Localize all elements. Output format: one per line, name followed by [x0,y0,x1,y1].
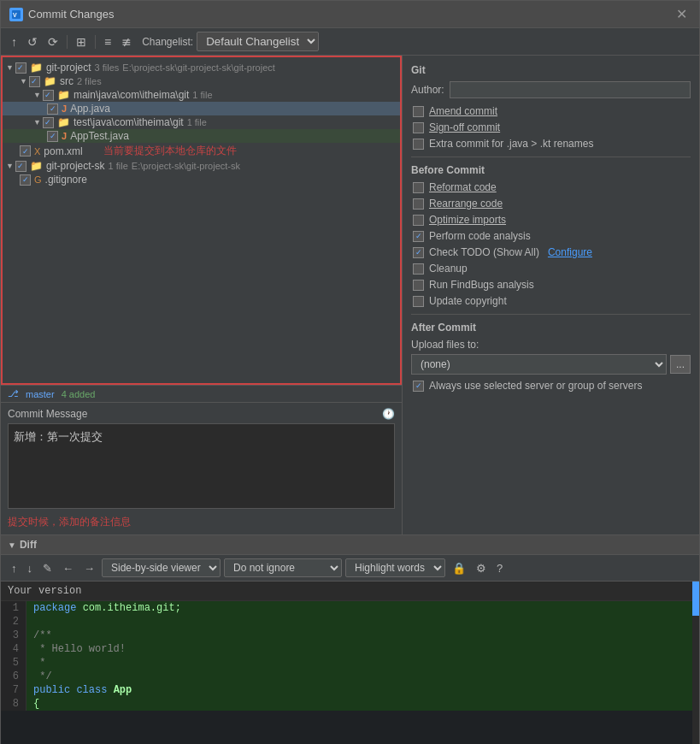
git-section-title: Git [411,64,691,76]
branch-icon: ⎇ [8,388,19,399]
prev-btn[interactable]: ← [59,560,77,576]
tree-item[interactable]: ▼ 📁 git-project 3 files E:\project-sk\gi… [3,61,400,74]
tree-arrow[interactable]: ▼ [6,162,14,170]
expand-btn[interactable]: ≡ [101,33,115,50]
diff-header: ▼ Diff [1,535,699,555]
tree-arrow[interactable]: ▼ [33,118,41,127]
changelist-select[interactable]: Default Changelist [197,32,319,51]
todo-checkbox[interactable] [413,247,424,258]
tree-item[interactable]: ▼ 📁 main\java\com\itheima\git 1 file [3,88,400,102]
folder-icon: 📁 [44,75,56,87]
tree-checkbox[interactable] [29,76,40,87]
rearrange-row: Rearrange code [411,198,691,210]
commit-message-input[interactable]: 新增：第一次提交 [8,423,395,509]
always-checkbox[interactable] [413,381,424,392]
line-content: */ [26,670,699,683]
rearrange-checkbox[interactable] [413,198,424,210]
divider [411,156,691,157]
findbugs-checkbox[interactable] [413,280,424,291]
tree-path: E:\project-sk\git-project-sk [132,161,240,171]
tree-meta: 1 file [192,90,212,100]
cleanup-checkbox[interactable] [413,263,424,275]
tree-item[interactable]: ▼ 📁 test\java\com\itheima\git 1 file [3,115,400,129]
copyright-checkbox[interactable] [413,296,424,307]
line-num: 1 [1,601,26,615]
viewer-select[interactable]: Side-by-side viewer Unified viewer [102,558,221,577]
tree-item-app-java[interactable]: J App.java [3,102,400,115]
scrollbar-thumb[interactable] [692,582,699,616]
diff-line: 1 package com.itheima.git; [1,601,699,615]
amend-checkbox[interactable] [413,106,424,117]
divider2 [411,314,691,315]
branch-name: master [26,389,55,399]
tree-arrow[interactable]: ▼ [33,91,41,99]
tree-checkbox[interactable] [47,131,58,142]
settings-btn[interactable]: ⚙ [473,560,490,576]
tree-item[interactable]: ▼ 📁 src 2 files [3,74,400,88]
todo-label: Check TODO (Show All) [429,246,539,258]
scroll-up-btn[interactable]: ↑ [8,560,21,576]
extra-checkbox[interactable] [413,139,424,150]
diff-content[interactable]: Your version 1 package com.itheima.git; … [1,582,699,744]
diff-toggle[interactable]: ▼ [8,540,16,550]
tree-checkbox[interactable] [47,103,58,115]
author-row: Author: [411,81,691,98]
line-num: 3 [1,629,26,642]
edit-btn[interactable]: ✎ [39,560,56,576]
amend-label[interactable]: Amend commit [429,105,497,117]
tree-checkbox[interactable] [43,117,54,128]
help-diff-btn[interactable]: ? [493,560,506,576]
scrollbar-track [692,582,699,744]
close-button[interactable]: ✕ [673,6,691,22]
move-up-btn[interactable]: ↑ [8,33,21,50]
dialog-title: Commit Changes [28,8,114,21]
browse-button[interactable]: ... [670,355,691,374]
tree-checkbox[interactable] [15,62,26,74]
diff-line: 8 { [1,697,699,711]
ignore-select[interactable]: Do not ignore Ignore whitespaces Ignore … [224,558,342,577]
scroll-down-btn[interactable]: ↓ [24,560,37,576]
history-icon[interactable]: 🕐 [382,408,395,420]
tree-checkbox[interactable] [20,145,31,156]
optimize-label[interactable]: Optimize imports [429,214,506,226]
perform-checkbox[interactable] [413,231,424,242]
rearrange-label[interactable]: Rearrange code [429,198,503,210]
group-btn[interactable]: ⊞ [73,33,90,50]
tree-checkbox[interactable] [20,174,31,186]
optimize-checkbox[interactable] [413,215,424,226]
section-label: Commit Message 🕐 [8,408,395,420]
configure-link[interactable]: Configure [548,246,592,258]
undo-btn[interactable]: ↺ [24,33,41,50]
upload-label: Upload files to: [411,339,691,351]
tree-item-pom[interactable]: X pom.xml 当前要提交到本地仓库的文件 [3,143,400,159]
tree-checkbox[interactable] [15,161,26,172]
tree-label: test\java\com\itheima\git [74,116,184,128]
tree-arrow[interactable]: ▼ [20,77,27,86]
upload-select[interactable]: (none) [411,354,667,375]
signoff-label[interactable]: Sign-off commit [429,121,500,133]
reformat-label[interactable]: Reformat code [429,181,497,193]
highlight-select[interactable]: Highlight words [345,558,445,577]
folder-icon: 📁 [30,62,43,74]
file-tree[interactable]: ▼ 📁 git-project 3 files E:\project-sk\gi… [1,56,402,385]
collapse-btn[interactable]: ≢ [118,33,135,50]
lock-btn[interactable]: 🔒 [449,560,469,576]
amend-commit-row: Amend commit [411,105,691,117]
signoff-checkbox[interactable] [413,122,424,133]
author-input[interactable] [450,81,691,98]
next-btn[interactable]: → [80,560,98,576]
divider2 [95,35,96,49]
tree-label: App.java [70,103,110,115]
tree-item-gitignore[interactable]: G .gitignore [3,173,400,186]
tree-checkbox[interactable] [43,90,54,101]
reformat-checkbox[interactable] [413,182,424,193]
tree-arrow[interactable]: ▼ [6,63,14,72]
tree-item[interactable]: ▼ 📁 git-project-sk 1 file E:\project-sk\… [3,159,400,173]
tree-item-apptest[interactable]: J AppTest.java [3,129,400,143]
refresh-btn[interactable]: ⟳ [44,33,62,50]
perform-label: Perform code analysis [429,230,531,242]
tree-path: E:\project-sk\git-project-sk\git-project [122,62,275,73]
extra-label: Extra commit for .java > .kt renames [429,138,593,150]
line-content: * Hello world! [26,642,699,656]
folder-icon: 📁 [57,89,70,101]
